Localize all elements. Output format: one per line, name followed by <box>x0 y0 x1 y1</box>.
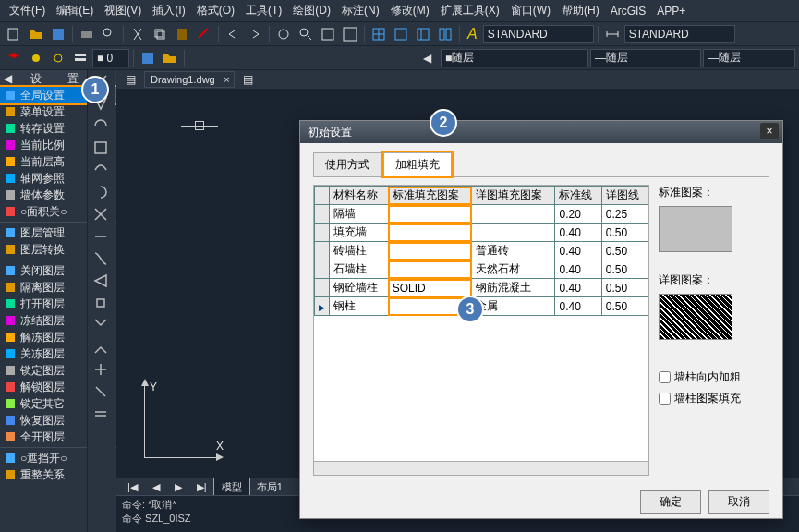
draw-tool-icon[interactable] <box>88 115 114 137</box>
close-icon[interactable]: × <box>224 74 229 85</box>
save-icon[interactable] <box>48 24 68 44</box>
table-header[interactable]: 详图线 <box>601 187 648 205</box>
draw-tool-icon[interactable] <box>88 403 114 425</box>
draw-tool-icon[interactable] <box>88 181 114 203</box>
sidebar-item-icon <box>4 364 17 377</box>
layer-icon[interactable] <box>4 48 24 68</box>
layer-0-dropdown[interactable]: ■ 0 <box>92 49 129 67</box>
draw-tool-icon[interactable] <box>88 358 114 381</box>
grid1-icon[interactable] <box>369 24 389 44</box>
text-style-dropdown[interactable]: STANDARD <box>483 25 594 43</box>
tab-prev-icon[interactable]: ◀ <box>145 479 167 495</box>
menu-item[interactable]: 修改(M) <box>385 1 435 20</box>
h-scrollbar[interactable] <box>314 461 648 475</box>
color-bylayer-dropdown[interactable]: ■ 随层 <box>441 49 588 67</box>
menu-item[interactable]: 工具(T) <box>240 1 287 20</box>
menu-item[interactable]: 插入(I) <box>147 1 190 20</box>
gear-icon[interactable] <box>48 48 68 68</box>
draw-tool-icon[interactable] <box>88 159 114 181</box>
cancel-button[interactable]: 取消 <box>708 490 769 514</box>
layer-list-icon[interactable] <box>70 48 91 68</box>
doc-tab[interactable]: Drawing1.dwg× <box>144 71 235 88</box>
ucs-icon: Y X <box>144 384 218 458</box>
svg-rect-41 <box>6 332 15 342</box>
menu-item[interactable]: 窗口(W) <box>505 1 556 20</box>
zoom-window-icon[interactable] <box>318 24 338 44</box>
dim-icon[interactable] <box>602 24 623 44</box>
tab-home-icon[interactable]: ▤ <box>120 69 140 90</box>
table-header[interactable]: 详图填充图案 <box>472 187 555 205</box>
lineweight-bylayer-dropdown[interactable]: — 随层 <box>703 49 795 67</box>
grid4-icon[interactable] <box>435 24 455 44</box>
print-icon[interactable] <box>77 24 97 44</box>
draw-tool-icon[interactable] <box>88 270 114 292</box>
undo-icon[interactable] <box>223 24 243 44</box>
open-layer-icon[interactable] <box>160 48 180 68</box>
menu-item[interactable]: 标注(N) <box>336 1 385 20</box>
open-icon[interactable] <box>26 24 46 44</box>
zoom-ext-icon[interactable] <box>340 24 360 44</box>
ok-button[interactable]: 确定 <box>640 490 701 514</box>
std-pattern-swatch[interactable] <box>659 206 732 252</box>
tab-layout1[interactable]: 布局1 <box>249 478 290 496</box>
menu-item[interactable]: 扩展工具(X) <box>435 1 505 20</box>
sun-icon[interactable] <box>26 48 46 68</box>
tab-next-icon[interactable]: ▶ <box>167 479 189 495</box>
tab-model[interactable]: 模型 <box>214 478 249 496</box>
draw-tool-icon[interactable] <box>88 248 114 270</box>
menu-item[interactable]: ArcGIS <box>605 3 652 19</box>
draw-tool-icon[interactable] <box>88 314 114 336</box>
grid2-icon[interactable] <box>391 24 411 44</box>
table-row[interactable]: 石墙柱天然石材0.400.50 <box>315 260 648 279</box>
draw-tool-icon[interactable] <box>88 381 114 403</box>
tab-first-icon[interactable]: |◀ <box>120 479 145 495</box>
tab-bold-fill[interactable]: 加粗填充 <box>383 152 452 176</box>
draw-tool-icon[interactable] <box>88 225 114 248</box>
svg-rect-6 <box>177 29 187 40</box>
draw-tool-icon[interactable] <box>88 137 114 159</box>
table-header[interactable]: 标准填充图案 <box>388 187 471 205</box>
table-row[interactable]: 隔墙0.200.25 <box>315 205 648 224</box>
zoom-icon[interactable] <box>296 24 316 44</box>
dialog-title-bar[interactable]: 初始设置 × <box>300 121 782 143</box>
text-style-A-icon[interactable]: A <box>467 26 478 42</box>
menu-item[interactable]: APP+ <box>651 3 691 19</box>
menu-item[interactable]: 帮助(H) <box>556 1 605 20</box>
grid3-icon[interactable] <box>413 24 433 44</box>
tab-last-icon[interactable]: ▶| <box>189 479 214 495</box>
table-row[interactable]: 填充墙0.400.50 <box>315 224 648 242</box>
new-tab-icon[interactable]: ▤ <box>238 69 259 90</box>
linetype-bylayer-dropdown[interactable]: — 随层 <box>590 49 701 67</box>
table-header[interactable]: 标准线 <box>555 187 601 205</box>
cut-icon[interactable] <box>127 24 148 44</box>
bylayer-arrow-icon[interactable]: ◀ <box>418 48 439 68</box>
match-icon[interactable] <box>194 24 214 44</box>
menu-item[interactable]: 格式(O) <box>191 1 240 20</box>
cb-bold-inward[interactable]: 墙柱向内加粗 <box>659 369 769 385</box>
dim-style-dropdown[interactable]: STANDARD <box>624 25 735 43</box>
svg-rect-28 <box>6 107 15 116</box>
redo-icon[interactable] <box>245 24 265 44</box>
pan-icon[interactable] <box>273 24 294 44</box>
new-icon[interactable] <box>4 24 24 44</box>
cb-pattern-fill[interactable]: 墙柱图案填充 <box>659 391 769 406</box>
table-header[interactable]: 材料名称 <box>330 187 389 205</box>
dialog-close-icon[interactable]: × <box>760 123 779 139</box>
detail-pattern-swatch[interactable] <box>659 294 732 340</box>
materials-table[interactable]: 材料名称标准填充图案详图填充图案标准线详图线隔墙0.200.25填充墙0.400… <box>313 185 649 476</box>
save-layer-icon[interactable] <box>138 48 158 68</box>
draw-tool-icon[interactable] <box>88 292 114 314</box>
menu-item[interactable]: 视图(V) <box>99 1 147 20</box>
draw-tool-icon[interactable] <box>88 203 114 225</box>
menu-item[interactable]: 文件(F) <box>4 1 51 20</box>
tab-usage[interactable]: 使用方式 <box>313 152 381 176</box>
menu-item[interactable]: 绘图(D) <box>287 1 336 20</box>
draw-tool-icon[interactable] <box>88 336 114 358</box>
menu-item[interactable]: 编辑(E) <box>51 1 99 20</box>
copy-icon[interactable] <box>150 24 170 44</box>
svg-rect-14 <box>395 29 406 40</box>
table-row[interactable]: 钢砼墙柱SOLID钢筋混凝土0.400.50 <box>315 279 648 297</box>
table-row[interactable]: 砖墙柱普通砖0.400.50 <box>315 242 648 260</box>
preview-icon[interactable] <box>99 24 119 44</box>
paste-icon[interactable] <box>172 24 192 44</box>
